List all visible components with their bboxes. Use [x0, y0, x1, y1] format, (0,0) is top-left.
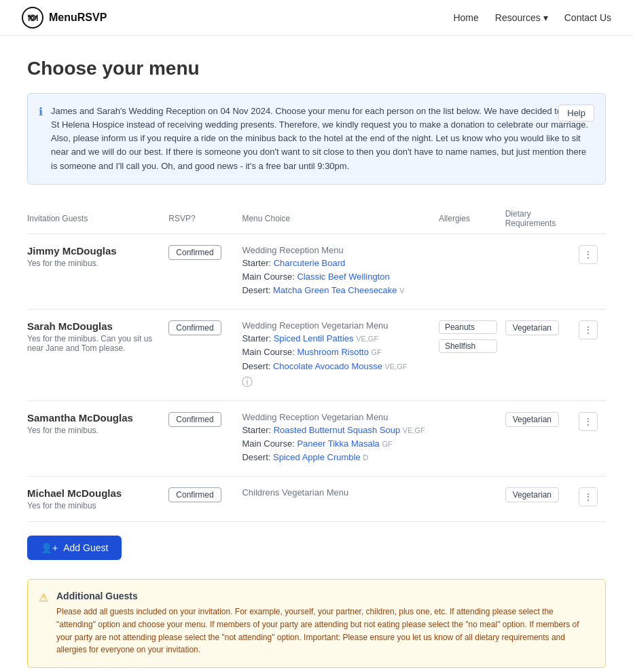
dietary-cell-michael: Vegetarian [505, 477, 579, 522]
guest-note: Yes for the minibus [27, 501, 160, 510]
guest-cell-michael: Michael McDouglas Yes for the minibus [27, 477, 168, 522]
nav-contact[interactable]: Contact Us [564, 12, 611, 23]
dietary-badge: Vegetarian [505, 320, 559, 335]
guest-name: Samantha McDouglas [27, 412, 160, 424]
menu-item: Main Course: Mushroom Risotto GF [242, 346, 430, 358]
menu-title: Wedding Reception Menu [242, 245, 430, 255]
warning-icon: ⚠ [39, 591, 48, 604]
rsvp-cell-jimmy: Confirmed [168, 234, 242, 310]
guest-name: Michael McDouglas [27, 487, 160, 499]
info-banner: ℹ James and Sarah's Wedding Reception on… [27, 93, 606, 185]
nav-resources[interactable]: Resources ▾ [495, 12, 548, 23]
guest-cell-samantha: Samantha McDouglas Yes for the minibus. [27, 400, 168, 477]
menu-title: Childrens Vegetarian Menu [242, 487, 430, 498]
navbar: 🍽 MenuRSVP Home Resources ▾ Contact Us [0, 0, 633, 36]
menu-item: Main Course: Paneer Tikka Masala GF [242, 438, 430, 450]
row-menu-button[interactable]: ⋮ [579, 320, 598, 339]
menu-cell-sarah: Wedding Reception Vegetarian Menu Starte… [242, 310, 438, 401]
col-header-action [579, 204, 606, 234]
nav-links: Home Resources ▾ Contact Us [453, 12, 611, 23]
action-cell-sarah: ⋮ [579, 310, 606, 401]
page-title: Choose your menu [27, 58, 606, 79]
rsvp-badge: Confirmed [168, 412, 221, 427]
menu-item: Starter: Roasted Butternut Squash Soup V… [242, 424, 430, 436]
row-menu-button[interactable]: ⋮ [579, 412, 598, 431]
table-row: Jimmy McDouglas Yes for the minibus. Con… [27, 234, 606, 310]
col-header-allergies: Allergies [439, 204, 505, 234]
row-menu-button[interactable]: ⋮ [579, 487, 598, 506]
nav-home[interactable]: Home [453, 12, 478, 23]
rsvp-badge: Confirmed [168, 245, 221, 260]
menu-cell-michael: Childrens Vegetarian Menu [242, 477, 438, 522]
guest-cell-jimmy: Jimmy McDouglas Yes for the minibus. [27, 234, 168, 310]
add-guest-icon: 👤+ [41, 542, 58, 553]
table-row: Samantha McDouglas Yes for the minibus. … [27, 400, 606, 477]
allergy-cell-jimmy [439, 234, 505, 310]
allergy-cell-sarah: PeanutsShellfish [439, 310, 505, 401]
help-button[interactable]: Help [558, 105, 594, 122]
dietary-badge: Vegetarian [505, 412, 559, 427]
brand-logo-icon: 🍽 [22, 7, 43, 29]
rsvp-cell-samantha: Confirmed [168, 400, 242, 477]
guest-note: Yes for the minibus. Can you sit us near… [27, 334, 160, 353]
action-cell-jimmy: ⋮ [579, 234, 606, 310]
allergy-badge: Peanuts [439, 320, 497, 334]
guest-note: Yes for the minibus. [27, 259, 160, 268]
col-header-rsvp: RSVP? [168, 204, 242, 234]
menu-item: Desert: Chocolate Avocado Mousse VE,GF [242, 360, 430, 373]
main-content: Choose your menu ℹ James and Sarah's Wed… [11, 36, 622, 672]
rsvp-badge: Confirmed [168, 487, 221, 502]
rsvp-cell-sarah: Confirmed [168, 310, 242, 401]
allergy-badge: Shellfish [439, 339, 497, 353]
action-cell-michael: ⋮ [579, 477, 606, 522]
col-header-guest: Invitation Guests [27, 204, 168, 234]
table-row: Michael McDouglas Yes for the minibus Co… [27, 477, 606, 522]
guest-table: Invitation Guests RSVP? Menu Choice Alle… [27, 204, 606, 523]
menu-item: Desert: Matcha Green Tea Cheesecake V [242, 284, 430, 297]
menu-item: Main Course: Classic Beef Wellington [242, 271, 430, 283]
table-row: Sarah McDouglas Yes for the minibus. Can… [27, 310, 606, 401]
chevron-down-icon: ▾ [543, 12, 548, 23]
guest-name: Sarah McDouglas [27, 320, 160, 332]
dietary-cell-samantha: Vegetarian [505, 400, 579, 477]
rsvp-badge: Confirmed [168, 320, 221, 335]
row-menu-button[interactable]: ⋮ [579, 245, 598, 264]
dietary-badge: Vegetarian [505, 487, 559, 502]
dietary-cell-jimmy [505, 234, 579, 310]
col-header-dietary: Dietary Requirements [505, 204, 579, 234]
menu-title: Wedding Reception Vegetarian Menu [242, 320, 430, 331]
allergy-cell-michael [439, 477, 505, 522]
rsvp-cell-michael: Confirmed [168, 477, 242, 522]
guest-name: Jimmy McDouglas [27, 245, 160, 257]
additional-guests-warning: ⚠ Additional Guests Please add all guest… [27, 579, 606, 667]
warning-text: Please add all guests included on your i… [56, 605, 594, 656]
menu-cell-jimmy: Wedding Reception Menu Starter: Charcute… [242, 234, 438, 310]
allergy-cell-samantha [439, 400, 505, 477]
dietary-cell-sarah: Vegetarian [505, 310, 579, 401]
col-header-menu: Menu Choice [242, 204, 438, 234]
add-guest-label: Add Guest [63, 542, 108, 553]
guest-cell-sarah: Sarah McDouglas Yes for the minibus. Can… [27, 310, 168, 401]
menu-item: Starter: Spiced Lentil Patties VE,GF [242, 333, 430, 345]
info-icon: ℹ [39, 105, 43, 118]
menu-cell-samantha: Wedding Reception Vegetarian Menu Starte… [242, 400, 438, 477]
action-cell-samantha: ⋮ [579, 400, 606, 477]
brand-name: MenuRSVP [49, 12, 107, 24]
info-text: James and Sarah's Wedding Reception on 0… [51, 105, 594, 173]
add-guest-button[interactable]: 👤+ Add Guest [27, 536, 122, 560]
menu-item: Starter: Charcuterie Board [242, 257, 430, 269]
warning-title: Additional Guests [56, 591, 594, 601]
menu-title: Wedding Reception Vegetarian Menu [242, 412, 430, 422]
menu-info-icon[interactable]: ⓘ [242, 375, 430, 390]
guest-note: Yes for the minibus. [27, 426, 160, 435]
brand: 🍽 MenuRSVP [22, 7, 107, 29]
menu-item: Desert: Spiced Apple Crumble D [242, 451, 430, 464]
